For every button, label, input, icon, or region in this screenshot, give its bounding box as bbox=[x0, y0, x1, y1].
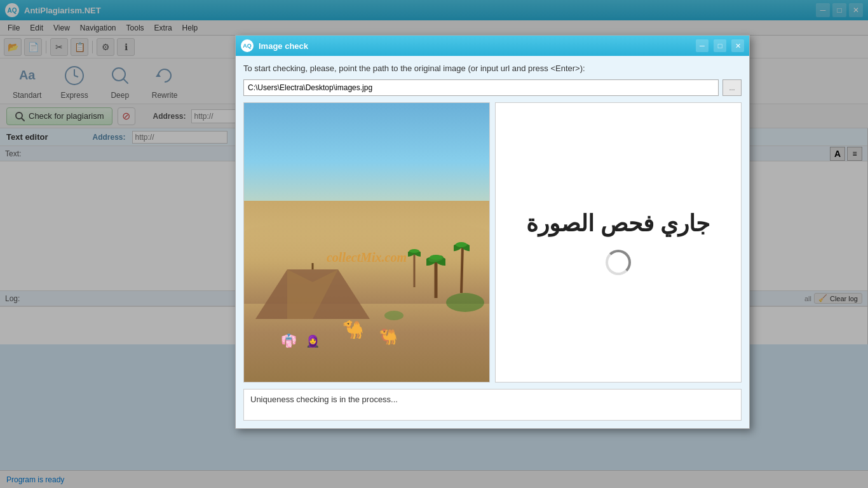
image-check-dialog: AQ Image check ─ □ ✕ To start checking, … bbox=[235, 35, 750, 429]
browse-button[interactable]: ... bbox=[722, 79, 742, 96]
loading-spinner bbox=[606, 250, 631, 275]
svg-point-19 bbox=[456, 242, 467, 247]
dialog-maximize-button[interactable]: □ bbox=[714, 39, 726, 52]
watermark: collectMix.com bbox=[327, 250, 407, 265]
camel-2: 🐫 bbox=[379, 328, 398, 346]
palm-tree-1 bbox=[426, 247, 445, 298]
image-panels: 🐪 🐫 👘 🧕 collectMix.com جاري فحص الصورة bbox=[243, 102, 742, 383]
figure-2: 🧕 bbox=[306, 334, 320, 348]
palm-tree-3 bbox=[408, 243, 421, 287]
dialog-status-message: Uniqueness checking is in the process... bbox=[243, 389, 742, 421]
dialog-logo: AQ bbox=[241, 39, 254, 52]
path-bar: ... bbox=[243, 79, 742, 96]
palm-tree-2 bbox=[454, 236, 470, 293]
image-path-input[interactable] bbox=[243, 79, 719, 96]
dialog-title-bar[interactable]: AQ Image check ─ □ ✕ bbox=[236, 36, 749, 56]
left-image-panel: 🐪 🐫 👘 🧕 collectMix.com bbox=[243, 102, 490, 383]
right-image-panel: جاري فحص الصورة bbox=[495, 102, 742, 383]
desert-painting: 🐪 🐫 👘 🧕 collectMix.com bbox=[244, 103, 489, 382]
dialog-minimize-button[interactable]: ─ bbox=[696, 39, 709, 52]
svg-point-15 bbox=[430, 255, 442, 260]
camel-figure: 🐪 bbox=[342, 319, 364, 340]
svg-line-16 bbox=[461, 245, 463, 293]
svg-point-23 bbox=[409, 249, 419, 253]
dialog-content: To start checking, please, point the pat… bbox=[236, 56, 749, 428]
tent bbox=[249, 263, 376, 320]
arabic-checking-text: جاري فحص الصورة bbox=[526, 210, 710, 237]
sky-layer bbox=[244, 103, 489, 201]
figure-1: 👘 bbox=[281, 333, 297, 348]
dialog-title: Image check bbox=[259, 41, 691, 51]
instruction-text: To start checking, please, point the pat… bbox=[243, 64, 742, 73]
dialog-close-button[interactable]: ✕ bbox=[731, 39, 744, 52]
